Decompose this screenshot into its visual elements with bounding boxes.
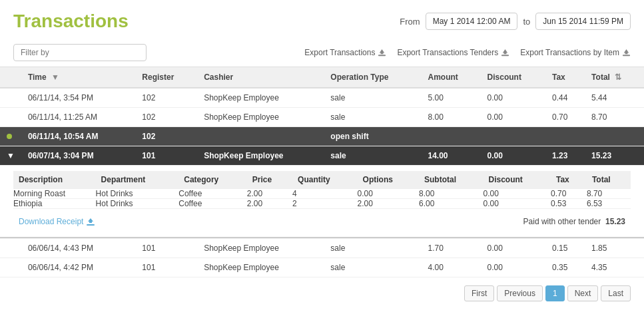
next-button[interactable]: Next [567,285,599,301]
cell-time: 06/11/14, 10:54 AM [21,127,135,146]
cell-discount: 0.00 [481,88,545,108]
from-date[interactable]: May 1 2014 12:00 AM [426,13,518,30]
download-icon [86,217,95,226]
detail-container: Description Department Category Price Qu… [0,166,644,238]
export-buttons: Export Transactions Export Transactions … [304,48,631,57]
dth-discount: Discount [483,171,551,189]
dth-total: Total [587,171,631,189]
cell-register: 101 [135,258,197,277]
svg-marker-1 [380,49,384,53]
export-tenders-label: Export Transactions Tenders [397,48,498,57]
detail-item-row: Ethiopia Hot Drinks Coffee 2.00 2 2.00 6… [13,199,631,209]
detail-price: 2.00 [247,189,292,199]
dth-description: Description [13,171,96,189]
cell-total [585,127,644,146]
upload-icon [501,49,509,57]
upload-icon [378,49,386,57]
last-button[interactable]: Last [601,285,631,301]
detail-item-row: Morning Roast Hot Drinks Coffee 2.00 4 0… [13,189,631,199]
cell-amount: 1.70 [421,239,480,258]
dth-quantity: Quantity [292,171,357,189]
cell-time: 06/06/14, 4:43 PM [21,239,135,258]
cell-time: 06/11/14, 3:54 PM [21,88,135,108]
filter-input[interactable] [13,44,147,61]
th-discount: Discount [481,67,545,88]
dth-subtotal: Subtotal [419,171,483,189]
cell-total: 15.23 [585,146,644,166]
cell-time: 06/07/14, 3:04 PM [21,146,135,166]
export-by-item-label: Export Transactions by Item [520,48,619,57]
table-row-expanded[interactable]: ▼ 06/07/14, 3:04 PM 101 ShopKeep Employe… [0,146,644,166]
dth-tax: Tax [551,171,587,189]
detail-row: Description Department Category Price Qu… [0,166,644,239]
current-page-button[interactable]: 1 [545,285,565,301]
cell-operation: open shift [324,127,421,146]
export-by-item-button[interactable]: Export Transactions by Item [520,48,631,57]
cell-operation: sale [324,88,421,108]
cell-amount: 5.00 [421,88,480,108]
export-tenders-button[interactable]: Export Transactions Tenders [397,48,509,57]
cell-amount: 8.00 [421,108,480,127]
cell-expand [0,88,21,108]
detail-tax: 0.70 [551,189,587,199]
toolbar: Export Transactions Export Transactions … [0,39,644,67]
th-time[interactable]: Time ▼ [21,67,135,88]
cell-operation: sale [324,146,421,166]
cell-register: 101 [135,239,197,258]
first-button[interactable]: First [464,285,494,301]
svg-marker-3 [503,49,507,53]
detail-discount: 0.00 [483,189,551,199]
cell-cashier [197,127,324,146]
table-container: Time ▼ Register Cashier Operation Type A… [0,67,644,277]
status-dot [7,134,12,139]
cell-discount: 0.00 [481,258,545,277]
receipt-row: Download Receipt Paid with other tender … [13,214,631,229]
sort-arrow-time: ▼ [51,73,59,82]
cell-cashier: ShopKeep Employee [197,108,324,127]
th-total[interactable]: Total ⇅ [585,67,644,88]
cell-tax: 1.23 [545,146,585,166]
cell-discount: 0.00 [481,146,545,166]
from-label: From [400,17,420,27]
th-expand [0,67,21,88]
table-row-open-shift: 06/11/14, 10:54 AM 102 open shift [0,127,644,146]
page-title: Transactions [13,11,129,32]
detail-department: Hot Drinks [96,199,179,209]
table-row: 06/11/14, 3:54 PM 102 ShopKeep Employee … [0,88,644,108]
th-amount: Amount [421,67,480,88]
date-range: From May 1 2014 12:00 AM to Jun 15 2014 … [400,13,631,30]
cell-time: 06/11/14, 11:25 AM [21,108,135,127]
detail-quantity: 2 [292,199,357,209]
cell-discount [481,127,545,146]
cell-time: 06/06/14, 4:42 PM [21,258,135,277]
cell-expand [0,258,21,277]
detail-total: 6.53 [587,199,631,209]
to-date[interactable]: Jun 15 2014 11:59 PM [535,13,631,30]
cell-expand [0,108,21,127]
cell-expand-arrow[interactable]: ▼ [0,146,21,166]
cell-total: 1.85 [585,239,644,258]
detail-tax: 0.53 [551,199,587,209]
paid-with-info: Paid with other tender 15.23 [523,217,625,226]
th-cashier: Cashier [197,67,324,88]
detail-quantity: 4 [292,189,357,199]
previous-button[interactable]: Previous [497,285,543,301]
sort-arrow-total: ⇅ [615,73,621,82]
th-operation: Operation Type [324,67,421,88]
detail-cell: Description Department Category Price Qu… [0,166,644,239]
dth-category: Category [178,171,247,189]
export-transactions-label: Export Transactions [304,48,375,57]
cell-tax: 0.70 [545,108,585,127]
detail-options: 2.00 [358,199,419,209]
download-receipt-button[interactable]: Download Receipt [19,217,95,226]
paid-with-total: 15.23 [605,217,625,226]
export-transactions-button[interactable]: Export Transactions [304,48,386,57]
svg-marker-7 [88,218,93,223]
th-register: Register [135,67,197,88]
dth-options: Options [358,171,419,189]
cell-expand [0,239,21,258]
transactions-table: Time ▼ Register Cashier Operation Type A… [0,67,644,277]
detail-table: Description Department Category Price Qu… [13,171,631,209]
cell-tax: 0.44 [545,88,585,108]
cell-cashier: ShopKeep Employee [197,88,324,108]
